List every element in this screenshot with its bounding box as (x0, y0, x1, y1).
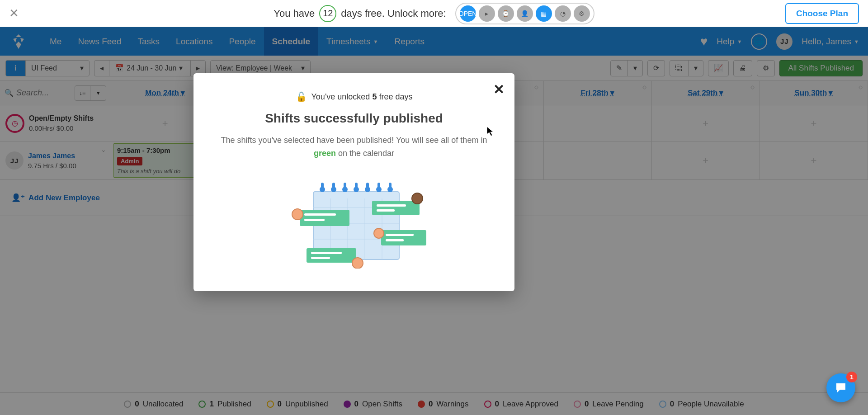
svg-rect-13 (332, 183, 335, 191)
feature-gauge-icon[interactable]: ◔ (555, 5, 571, 22)
svg-rect-29 (372, 201, 420, 215)
unlock-icon: 🔓 (296, 91, 307, 102)
svg-rect-32 (381, 230, 426, 245)
svg-rect-37 (311, 257, 330, 259)
svg-rect-16 (366, 183, 369, 191)
trial-banner: ✕ You have 12 days free. Unlock more: OP… (0, 0, 868, 27)
close-icon[interactable]: ✕ (493, 81, 505, 97)
svg-point-39 (412, 193, 423, 204)
svg-rect-36 (311, 252, 342, 254)
svg-rect-33 (386, 234, 414, 236)
chat-badge: 1 (846, 372, 857, 382)
svg-rect-14 (344, 183, 346, 191)
svg-rect-27 (304, 213, 336, 216)
svg-rect-30 (377, 204, 406, 207)
feature-person-icon[interactable]: 👤 (517, 5, 533, 22)
modal-body: The shifts you've selected have been pub… (216, 134, 492, 160)
svg-rect-18 (389, 183, 392, 191)
trial-feature-icons: OPEN ▸ ⌚ 👤 ▦ ◔ ⚙ (455, 3, 594, 24)
svg-rect-17 (377, 183, 380, 191)
trial-days-count: 12 (319, 5, 336, 22)
svg-point-38 (292, 209, 303, 220)
svg-rect-15 (355, 183, 358, 191)
modal-illustration (216, 174, 492, 269)
feature-calendar-icon[interactable]: ▦ (536, 5, 552, 22)
modal-title: Shifts successfully published (216, 111, 492, 126)
svg-point-40 (374, 228, 384, 238)
choose-plan-button[interactable]: Choose Plan (785, 3, 859, 24)
feature-open-icon[interactable]: OPEN (460, 5, 476, 22)
svg-rect-28 (304, 219, 325, 221)
trial-center: You have 12 days free. Unlock more: OPEN… (274, 3, 594, 24)
publish-success-modal: ✕ 🔓 You've unlocked 5 free days Shifts s… (193, 73, 514, 291)
svg-rect-34 (386, 239, 404, 241)
close-icon[interactable]: ✕ (9, 6, 19, 20)
svg-rect-35 (307, 248, 356, 263)
unlock-message: 🔓 You've unlocked 5 free days (216, 91, 492, 102)
feature-gear-icon[interactable]: ⚙ (574, 5, 590, 22)
trial-suffix: days free. Unlock more: (341, 8, 446, 19)
trial-prefix: You have (274, 8, 315, 19)
feature-camera-icon[interactable]: ▸ (479, 5, 495, 22)
feature-timeclock-icon[interactable]: ⌚ (498, 5, 514, 22)
svg-point-41 (352, 258, 363, 269)
svg-rect-12 (321, 183, 324, 191)
svg-rect-26 (300, 210, 349, 226)
chat-button[interactable]: 1 (826, 373, 855, 402)
svg-rect-31 (377, 209, 395, 212)
